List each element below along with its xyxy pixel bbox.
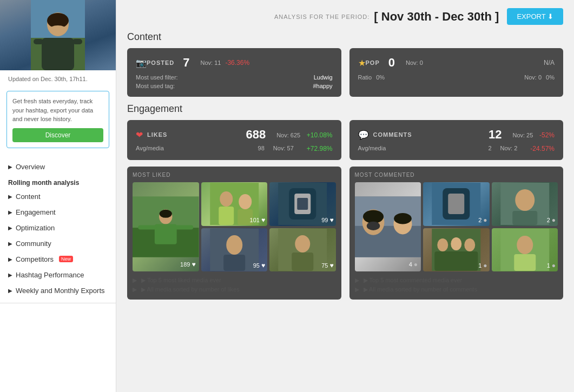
svg-rect-6 xyxy=(34,39,43,44)
likes-avg-change: +72.98% xyxy=(307,145,333,152)
sidebar-item-label: Engagement xyxy=(16,208,56,216)
heart-icon: ♥ xyxy=(261,262,265,269)
filter-value: Ludwig xyxy=(314,74,333,81)
gallery-thumb-comment[interactable]: 1 ● xyxy=(492,228,558,272)
sidebar-divider xyxy=(0,303,116,303)
ratio-value: 0% xyxy=(376,74,385,81)
most-liked-grid: 189 ♥ 101 ♥ xyxy=(133,182,336,271)
sidebar-item-hashtag[interactable]: ▶ Hashtag Performance xyxy=(0,267,116,283)
pop-label: POP xyxy=(366,59,380,66)
bubble-icon: ● xyxy=(483,216,487,224)
svg-point-16 xyxy=(220,191,233,207)
promo-box: Get fresh stats everyday, track your has… xyxy=(6,91,109,148)
svg-rect-43 xyxy=(512,211,537,225)
bubble-icon: ● xyxy=(483,262,487,269)
ratio-nov: Nov: 0 xyxy=(524,74,542,81)
sidebar-item-optimization[interactable]: ▶ Optimization xyxy=(0,220,116,236)
pop-value: 0 xyxy=(388,56,395,70)
export-button[interactable]: EXPORT ⬇ xyxy=(507,8,563,25)
most-liked-title: MOST LIKED xyxy=(133,172,336,178)
svg-rect-17 xyxy=(219,207,234,225)
star-icon: ★ xyxy=(358,58,366,68)
gallery-main-photo[interactable]: 189 ♥ xyxy=(133,182,199,271)
likes-avg-nov: Nov: 57 xyxy=(273,145,294,152)
period-dates: [ Nov 30th - Dec 30th ] xyxy=(374,10,499,24)
sidebar-nav: ▶ Overview Rolling month analysis ▶ Cont… xyxy=(0,159,116,298)
filter-label: Most used filter: xyxy=(136,74,178,81)
heart-icon: ♥ xyxy=(329,262,333,269)
like-count-5: 75 xyxy=(321,262,328,269)
comments-avg-value: 2 xyxy=(488,145,491,152)
arrow-icon: ▶ xyxy=(8,209,12,215)
svg-point-45 xyxy=(437,238,448,251)
posted-label: POSTED xyxy=(147,59,174,66)
sidebar-item-exports[interactable]: ▶ Weekly and Monthly Exports xyxy=(0,283,116,298)
sidebar-item-content[interactable]: ▶ Content xyxy=(0,189,116,204)
svg-point-50 xyxy=(517,236,533,254)
most-liked-card: MOST LIKED 18 xyxy=(127,167,341,300)
heart-icon: ♥ xyxy=(261,216,265,224)
tag-label: Most used tag: xyxy=(136,83,175,89)
discover-button[interactable]: Discover xyxy=(12,128,103,142)
likes-avg-label: Avg/media xyxy=(136,145,164,152)
comments-avg-change: -24.57% xyxy=(530,145,555,152)
gallery-thumb-comment[interactable]: 2 ● xyxy=(492,182,558,226)
gallery-thumb[interactable]: 75 ♥ xyxy=(269,228,336,272)
comments-value: 12 xyxy=(489,128,502,142)
posted-card: 📷 POSTED 7 Nov: 11 -36.36% Most used fil… xyxy=(127,48,341,97)
gallery-links: ▶ ▶ Top 5 most liked media ever ▶ ▶ All … xyxy=(133,276,336,294)
comment-count-main: 4 xyxy=(409,261,412,268)
sidebar-item-community[interactable]: ▶ Community xyxy=(0,236,116,251)
svg-point-47 xyxy=(464,238,475,251)
sidebar-item-competitors[interactable]: ▶ Competitors New xyxy=(0,251,116,267)
comments-card: 💬 COMMENTS 12 Nov: 25 -52% Avg/media 2 N… xyxy=(349,120,564,160)
sidebar-item-label: Content xyxy=(16,192,41,201)
engagement-section-title: Engagement xyxy=(127,103,563,115)
arrow-icon: ▶ xyxy=(8,288,12,294)
comments-avg-label: Avg/media xyxy=(358,145,386,152)
svg-rect-26 xyxy=(223,255,245,271)
gallery-link[interactable]: ▶ ▶ All media sorted by number of commen… xyxy=(355,285,558,294)
sidebar-item-overview[interactable]: ▶ Overview xyxy=(0,159,116,175)
heart-icon: ♥ xyxy=(192,261,195,268)
svg-point-37 xyxy=(366,222,380,230)
likes-label: LIKES xyxy=(147,131,167,138)
svg-point-4 xyxy=(49,25,67,34)
promo-text: Get fresh stats everyday, track your has… xyxy=(12,97,103,124)
gallery-main-photo-comment[interactable]: 4 ● xyxy=(355,182,421,271)
arrow-icon: ▶ xyxy=(8,256,12,262)
svg-rect-5 xyxy=(42,38,74,70)
svg-point-14 xyxy=(160,210,172,218)
posted-change: -36.36% xyxy=(225,59,249,67)
comments-label: COMMENTS xyxy=(373,131,412,138)
gallery-thumb[interactable]: 101 ♥ xyxy=(201,182,268,226)
posted-value: 7 xyxy=(183,56,189,70)
link-text: ▶ Top 5 most commented media ever xyxy=(364,277,463,284)
svg-rect-40 xyxy=(448,194,464,214)
gallery-thumb-comment[interactable]: 1 ● xyxy=(423,228,490,272)
gallery-thumb-comment[interactable]: 2 ● xyxy=(423,182,490,226)
like-count-2: 101 xyxy=(250,217,260,223)
svg-rect-48 xyxy=(434,251,478,271)
gallery-link[interactable]: ▶ ▶ Top 5 most liked media ever xyxy=(133,276,336,285)
comment-count-2: 2 xyxy=(478,217,481,223)
svg-rect-13 xyxy=(175,225,193,229)
sidebar-item-label: Community xyxy=(16,240,51,248)
engagement-row: ❤ LIKES 688 Nov: 625 +10.08% Avg/media 9… xyxy=(127,120,563,160)
content-stats-row: 📷 POSTED 7 Nov: 11 -36.36% Most used fil… xyxy=(127,48,563,97)
gallery-thumb[interactable]: 95 ♥ xyxy=(201,228,268,272)
comments-change: -52% xyxy=(539,131,555,139)
svg-point-18 xyxy=(239,194,252,209)
likes-avg-value: 98 xyxy=(258,145,265,152)
arrow-icon: ▶ xyxy=(8,194,12,200)
gallery-thumb[interactable]: 99 ♥ xyxy=(269,182,336,226)
comment-count-4: 1 xyxy=(478,262,481,269)
period-label: ANALYSIS FOR THE PERIOD: xyxy=(274,14,370,20)
gallery-link[interactable]: ▶ ▶ All media sorted by number of likes xyxy=(133,285,336,294)
gallery-link[interactable]: ▶ ▶ Top 5 most commented media ever xyxy=(355,276,558,285)
svg-rect-51 xyxy=(514,254,536,271)
posted-prev: Nov: 11 xyxy=(200,59,221,66)
sidebar-item-engagement[interactable]: ▶ Engagement xyxy=(0,204,116,220)
like-count-4: 95 xyxy=(253,262,260,269)
link-text: ▶ Top 5 most liked media ever xyxy=(141,277,221,284)
